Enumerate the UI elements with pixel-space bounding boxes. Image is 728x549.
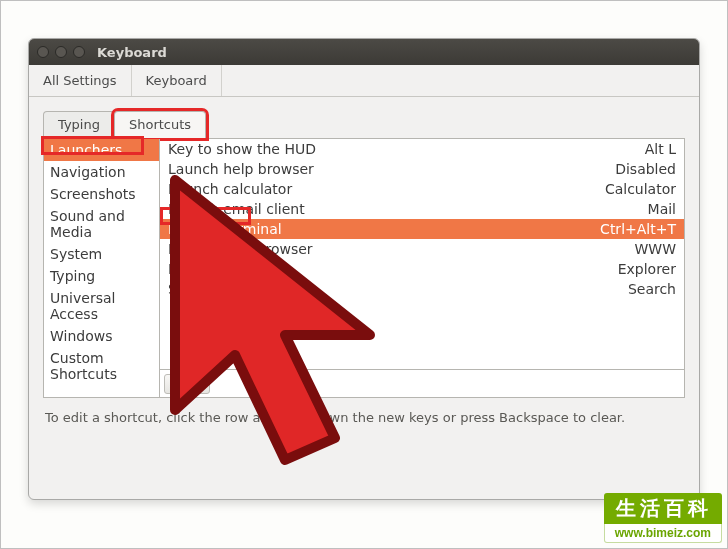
breadcrumb-keyboard[interactable]: Keyboard [132, 65, 222, 96]
category-item[interactable]: Custom Shortcuts [44, 347, 159, 385]
tab-typing[interactable]: Typing [43, 111, 115, 138]
shortcut-row[interactable]: SearchSearch [160, 279, 684, 299]
category-item[interactable]: Launchers [44, 139, 159, 161]
minimize-icon[interactable] [55, 46, 67, 58]
shortcut-row[interactable]: Key to show the HUDAlt L [160, 139, 684, 159]
shortcuts-panel: LaunchersNavigationScreenshotsSound and … [43, 138, 685, 398]
category-list: LaunchersNavigationScreenshotsSound and … [44, 139, 160, 397]
remove-button[interactable]: − [188, 374, 210, 394]
shortcut-action: Key to show the HUD [168, 141, 635, 157]
help-text: To edit a shortcut, click the row and ho… [29, 404, 699, 435]
shortcut-action: Home folder [168, 261, 608, 277]
watermark-url: www.bimeiz.com [604, 524, 722, 543]
shortcut-action: Launch calculator [168, 181, 595, 197]
shortcut-row[interactable]: Launch web browserWWW [160, 239, 684, 259]
shortcut-row[interactable]: Launch terminalCtrl+Alt+T [160, 219, 684, 239]
category-item[interactable]: Windows [44, 325, 159, 347]
window-titlebar: Keyboard [29, 39, 699, 65]
shortcut-key: WWW [624, 241, 676, 257]
category-item[interactable]: Typing [44, 265, 159, 287]
category-item[interactable]: Screenshots [44, 183, 159, 205]
category-item[interactable]: System [44, 243, 159, 265]
watermark-title: 生活百科 [604, 493, 722, 524]
shortcut-key: Ctrl+Alt+T [590, 221, 676, 237]
shortcut-row[interactable]: Launch help browserDisabled [160, 159, 684, 179]
shortcut-action: Launch web browser [168, 241, 624, 257]
shortcut-key: Explorer [608, 261, 676, 277]
add-button[interactable]: + [164, 374, 186, 394]
shortcut-button-bar: + − [160, 369, 684, 397]
category-item[interactable]: Navigation [44, 161, 159, 183]
close-icon[interactable] [37, 46, 49, 58]
shortcut-key: Alt L [635, 141, 676, 157]
category-item[interactable]: Universal Access [44, 287, 159, 325]
shortcut-right-column: Key to show the HUDAlt LLaunch help brow… [160, 139, 684, 397]
breadcrumb-all-settings[interactable]: All Settings [29, 65, 132, 96]
maximize-icon[interactable] [73, 46, 85, 58]
breadcrumb: All Settings Keyboard [29, 65, 699, 97]
keyboard-settings-window: Keyboard All Settings Keyboard Typing Sh… [28, 38, 700, 500]
watermark: 生活百科 www.bimeiz.com [604, 493, 722, 543]
shortcut-row[interactable]: Launch email clientMail [160, 199, 684, 219]
shortcut-list: Key to show the HUDAlt LLaunch help brow… [160, 139, 684, 369]
category-item[interactable]: Sound and Media [44, 205, 159, 243]
shortcut-action: Launch terminal [168, 221, 590, 237]
tab-bar: Typing Shortcuts [29, 97, 699, 138]
shortcut-key: Calculator [595, 181, 676, 197]
tab-shortcuts[interactable]: Shortcuts [114, 111, 206, 138]
shortcut-key: Search [618, 281, 676, 297]
window-title: Keyboard [97, 45, 167, 60]
shortcut-key: Disabled [605, 161, 676, 177]
shortcut-action: Search [168, 281, 618, 297]
shortcut-key: Mail [638, 201, 676, 217]
shortcut-action: Launch help browser [168, 161, 605, 177]
shortcut-action: Launch email client [168, 201, 638, 217]
shortcut-row[interactable]: Launch calculatorCalculator [160, 179, 684, 199]
shortcut-row[interactable]: Home folderExplorer [160, 259, 684, 279]
